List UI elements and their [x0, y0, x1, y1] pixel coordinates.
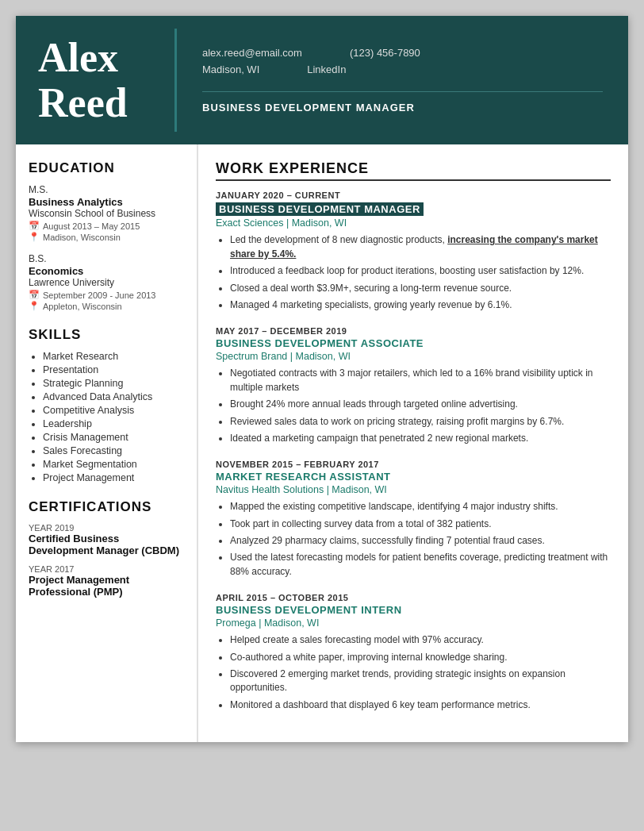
skills-section: SKILLS Market Research Presentation Stra… [29, 327, 184, 483]
header-contact-row: alex.reed@email.com (123) 456-7890 [202, 47, 603, 59]
job-bullets-3: Helped create a sales forecasting model … [216, 633, 611, 712]
location-icon-1: 📍 [29, 301, 40, 311]
job-bullet-0-3: Managed 4 marketing specialists, growing… [230, 298, 611, 312]
work-experience-title: WORK EXPERIENCE [216, 160, 611, 181]
job-bullets-0: Led the development of 8 new diagnostic … [216, 233, 611, 312]
edu-location-0: 📍 Madison, Wisconsin [29, 232, 184, 242]
job-bullet-0-1: Introduced a feedback loop for product i… [230, 264, 611, 278]
job-bullet-3-3: Monitored a dashboard that displayed 6 k… [230, 698, 611, 712]
certs-section: CERTIFICATIONS YEAR 2019 Certified Busin… [29, 499, 184, 598]
job-bullet-3-0: Helped create a sales forecasting model … [230, 633, 611, 647]
job-company-0: Exact Sciences | Madison, WI [216, 217, 611, 229]
job-block-2: NOVEMBER 2015 – FEBRUARY 2017 MARKET RES… [216, 460, 611, 579]
job-bullet-0-0: Led the development of 8 new diagnostic … [230, 233, 611, 261]
cert-block-1: YEAR 2017 Project Management Professiona… [29, 564, 184, 598]
job-block-3: APRIL 2015 – OCTOBER 2015 BUSINESS DEVEL… [216, 593, 611, 712]
cert-year-0: YEAR 2019 [29, 523, 184, 533]
location-icon-0: 📍 [29, 232, 40, 242]
job-company-2: Navitus Health Solutions | Madison, WI [216, 484, 611, 495]
edu-field-0: Business Analytics [29, 196, 184, 208]
skill-1: Presentation [43, 364, 184, 375]
body: EDUCATION M.S. Business Analytics Wiscon… [16, 144, 628, 742]
email: alex.reed@email.com [202, 47, 302, 59]
cert-year-1: YEAR 2017 [29, 564, 184, 574]
job-bullet-2-0: Mapped the existing competitive landscap… [230, 500, 611, 514]
skill-8: Market Segmentation [43, 459, 184, 470]
edu-dates-0: 📅 August 2013 – May 2015 [29, 221, 184, 231]
skill-3: Advanced Data Analytics [43, 391, 184, 402]
header-info: alex.reed@email.com (123) 456-7890 Madis… [177, 16, 628, 144]
edu-block-0: M.S. Business Analytics Wisconsin School… [29, 184, 184, 242]
skill-7: Sales Forecasting [43, 445, 184, 456]
edu-field-1: Economics [29, 265, 184, 277]
education-title: EDUCATION [29, 160, 184, 176]
job-company-1: Spectrum Brand | Madison, WI [216, 351, 611, 362]
main-content: WORK EXPERIENCE JANUARY 2020 – CURRENT B… [198, 144, 628, 742]
edu-school-1: Lawrence University [29, 277, 184, 288]
job-title-3: BUSINESS DEVELOPMENT INTERN [216, 604, 611, 616]
calendar-icon-0: 📅 [29, 221, 40, 231]
job-title-1: BUSINESS DEVELOPMENT ASSOCIATE [216, 337, 611, 349]
candidate-name: Alex Reed [38, 35, 128, 125]
job-bullet-2-2: Analyzed 29 pharmacy claims, successfull… [230, 534, 611, 548]
skill-6: Crisis Management [43, 432, 184, 443]
job-block-1: MAY 2017 – DECEMBER 2019 BUSINESS DEVELO… [216, 326, 611, 445]
job-bullet-2-3: Used the latest forecasting models for p… [230, 551, 611, 579]
cert-block-0: YEAR 2019 Certified Business Development… [29, 523, 184, 556]
job-block-0: JANUARY 2020 – CURRENT BUSINESS DEVELOPM… [216, 190, 611, 312]
cert-name-1: Project Management Professional (PMP) [29, 574, 184, 598]
edu-dates-1: 📅 September 2009 - June 2013 [29, 290, 184, 300]
skill-2: Strategic Planning [43, 378, 184, 389]
sidebar: EDUCATION M.S. Business Analytics Wiscon… [16, 144, 198, 742]
job-bullet-3-1: Co-authored a white paper, improving int… [230, 651, 611, 664]
skill-0: Market Research [43, 351, 184, 362]
job-bullet-3-2: Discovered 2 emerging market trends, pro… [230, 667, 611, 695]
header-location-row: Madison, WI LinkedIn [202, 63, 603, 75]
education-section: EDUCATION M.S. Business Analytics Wiscon… [29, 160, 184, 311]
job-date-0: JANUARY 2020 – CURRENT [216, 190, 611, 200]
job-bullet-0-2: Closed a deal worth $3.9M+, securing a l… [230, 282, 611, 295]
cert-name-0: Certified Business Development Manager (… [29, 533, 184, 556]
resume-container: Alex Reed alex.reed@email.com (123) 456-… [16, 16, 628, 742]
skill-9: Project Management [43, 472, 184, 483]
job-company-3: Promega | Madison, WI [216, 617, 611, 629]
edu-block-1: B.S. Economics Lawrence University 📅 Sep… [29, 253, 184, 311]
skills-list: Market Research Presentation Strategic P… [29, 351, 184, 483]
job-date-2: NOVEMBER 2015 – FEBRUARY 2017 [216, 460, 611, 469]
job-bullet-1-1: Brought 24% more annual leads through ta… [230, 398, 611, 411]
job-title-0: BUSINESS DEVELOPMENT MANAGER [216, 202, 424, 216]
job-bullet-2-1: Took part in collecting survey data from… [230, 517, 611, 531]
job-bullet-1-3: Ideated a marketing campaign that penetr… [230, 432, 611, 445]
edu-location-1: 📍 Appleton, Wisconsin [29, 301, 184, 311]
highlight-text: increasing the company's market share by… [230, 234, 598, 259]
job-title-2: MARKET RESEARCH ASSISTANT [216, 471, 611, 483]
edu-school-0: Wisconsin School of Business [29, 208, 184, 219]
certs-title: CERTIFICATIONS [29, 499, 184, 515]
job-date-1: MAY 2017 – DECEMBER 2019 [216, 326, 611, 336]
skill-4: Competitive Analysis [43, 405, 184, 416]
header-name-block: Alex Reed [16, 16, 174, 144]
edu-degree-0: M.S. [29, 184, 184, 195]
job-title: BUSINESS DEVELOPMENT MANAGER [202, 91, 603, 113]
phone: (123) 456-7890 [350, 47, 420, 59]
job-bullet-1-0: Negotiated contracts with 3 major retail… [230, 367, 611, 394]
skills-title: SKILLS [29, 327, 184, 343]
calendar-icon-1: 📅 [29, 290, 40, 300]
job-bullets-2: Mapped the existing competitive landscap… [216, 500, 611, 579]
job-date-3: APRIL 2015 – OCTOBER 2015 [216, 593, 611, 602]
job-bullets-1: Negotiated contracts with 3 major retail… [216, 367, 611, 445]
header: Alex Reed alex.reed@email.com (123) 456-… [16, 16, 628, 144]
skill-5: Leadership [43, 418, 184, 429]
edu-degree-1: B.S. [29, 253, 184, 264]
location: Madison, WI [202, 63, 259, 75]
job-bullet-1-2: Reviewed sales data to work on pricing s… [230, 415, 611, 429]
linkedin[interactable]: LinkedIn [307, 63, 346, 75]
